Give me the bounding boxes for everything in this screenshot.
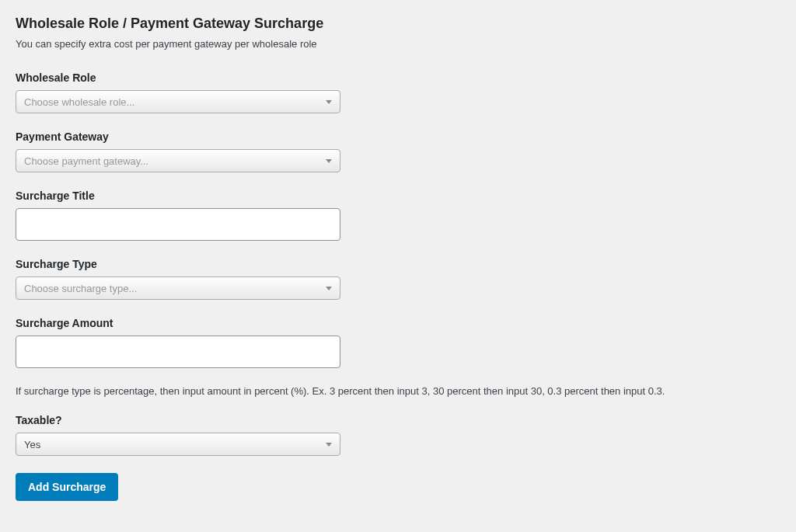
chevron-down-icon xyxy=(326,287,332,290)
wholesale-role-select[interactable]: Choose wholesale role... xyxy=(16,90,340,113)
wholesale-role-label: Wholesale Role xyxy=(16,71,780,84)
surcharge-type-label: Surcharge Type xyxy=(16,258,780,270)
payment-gateway-label: Payment Gateway xyxy=(16,130,780,143)
taxable-select[interactable]: Yes xyxy=(16,433,340,456)
surcharge-title-input[interactable] xyxy=(16,208,340,241)
surcharge-type-select[interactable]: Choose surcharge type... xyxy=(16,276,340,300)
surcharge-type-group: Surcharge Type Choose surcharge type... xyxy=(16,258,780,300)
payment-gateway-group: Payment Gateway Choose payment gateway..… xyxy=(16,130,780,172)
payment-gateway-placeholder: Choose payment gateway... xyxy=(24,155,148,167)
chevron-down-icon xyxy=(326,100,332,104)
wholesale-role-placeholder: Choose wholesale role... xyxy=(24,96,134,108)
page-description: You can specify extra cost per payment g… xyxy=(16,38,780,50)
surcharge-amount-group: Surcharge Amount xyxy=(16,317,780,368)
surcharge-title-label: Surcharge Title xyxy=(16,190,780,202)
surcharge-amount-input[interactable] xyxy=(16,336,340,368)
add-surcharge-button[interactable]: Add Surcharge xyxy=(16,473,118,501)
taxable-selected-value: Yes xyxy=(24,439,40,450)
wholesale-role-group: Wholesale Role Choose wholesale role... xyxy=(16,71,780,113)
surcharge-title-group: Surcharge Title xyxy=(16,190,780,241)
payment-gateway-select[interactable]: Choose payment gateway... xyxy=(16,149,340,172)
chevron-down-icon xyxy=(326,159,332,163)
surcharge-type-placeholder: Choose surcharge type... xyxy=(24,283,137,294)
page-title: Wholesale Role / Payment Gateway Surchar… xyxy=(16,16,780,32)
surcharge-amount-label: Surcharge Amount xyxy=(16,317,780,329)
taxable-group: Taxable? Yes xyxy=(16,414,780,456)
surcharge-amount-helper: If surcharge type is percentage, then in… xyxy=(16,385,780,397)
chevron-down-icon xyxy=(326,443,332,447)
taxable-label: Taxable? xyxy=(16,414,780,426)
